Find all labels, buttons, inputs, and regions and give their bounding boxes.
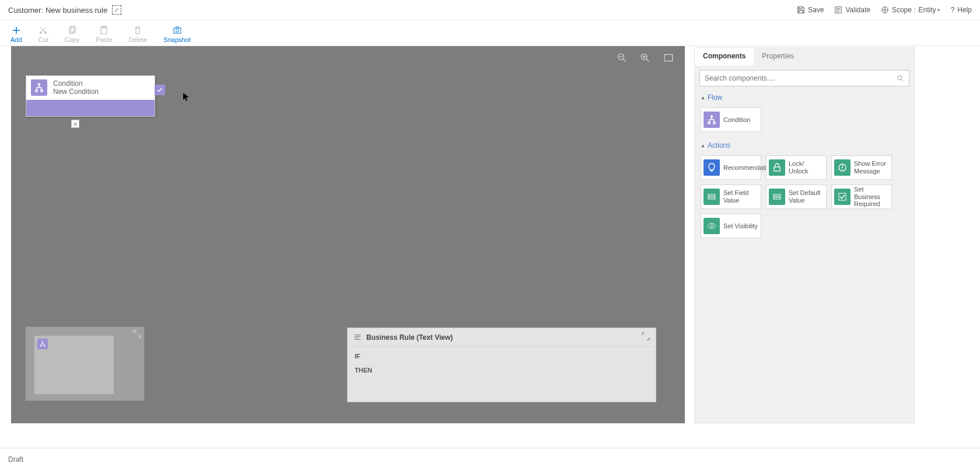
node-name-label: New Condition xyxy=(53,88,99,96)
svg-point-13 xyxy=(898,75,902,79)
scope-icon xyxy=(881,6,889,14)
header-bar: Customer: New business rule ⤢ Save Valid… xyxy=(0,0,980,20)
canvas[interactable]: Condition New Condition ✕ xyxy=(11,46,685,423)
status-text: Draft xyxy=(8,455,23,464)
section-flow-label: Flow xyxy=(708,93,722,102)
delete-button[interactable]: Delete xyxy=(129,26,148,46)
node-collapse-button[interactable]: ✕ xyxy=(71,120,79,128)
component-condition[interactable]: Condition xyxy=(701,107,761,132)
status-bar: Draft xyxy=(0,448,980,470)
main-area: Condition New Condition ✕ xyxy=(0,46,980,423)
paste-icon xyxy=(99,26,108,35)
validate-icon xyxy=(834,6,842,14)
node-valid-indicator xyxy=(155,85,165,95)
validate-button[interactable]: Validate xyxy=(834,6,870,14)
caret-icon: ▲ xyxy=(701,143,705,148)
check-icon xyxy=(834,189,850,205)
svg-rect-19 xyxy=(774,197,780,199)
paste-label: Paste xyxy=(96,36,112,43)
check-icon xyxy=(156,86,163,93)
component-label: Condition xyxy=(723,116,750,124)
scissors-icon xyxy=(38,26,48,35)
tab-properties[interactable]: Properties xyxy=(754,48,802,65)
svg-rect-8 xyxy=(174,28,181,33)
zoom-out-icon xyxy=(617,53,627,63)
panel-tabs: Components Properties xyxy=(695,48,914,65)
section-flow[interactable]: ▲ Flow xyxy=(695,91,914,104)
scope-value: Entity▾ xyxy=(919,6,940,14)
expand-icon xyxy=(133,330,141,338)
svg-rect-16 xyxy=(708,194,715,196)
zoom-out-button[interactable] xyxy=(616,52,628,64)
minimap-expand-button[interactable] xyxy=(133,330,141,338)
field-icon xyxy=(769,189,785,205)
save-button[interactable]: Save xyxy=(797,6,824,14)
text-view-expand-button[interactable] xyxy=(642,332,650,342)
snapshot-button[interactable]: Snapshot xyxy=(163,26,190,46)
plus-icon xyxy=(12,26,21,35)
component-set-default-value[interactable]: Set Default Value xyxy=(766,184,827,209)
component-label: Set Visibility xyxy=(723,222,758,230)
tab-components[interactable]: Components xyxy=(695,48,754,65)
paste-button[interactable]: Paste xyxy=(96,26,112,46)
component-lock-unlock[interactable]: Lock/ Unlock xyxy=(766,155,827,180)
svg-rect-20 xyxy=(839,193,846,200)
component-label: Set Default Value xyxy=(789,189,824,204)
fit-screen-button[interactable] xyxy=(663,52,674,64)
lock-icon xyxy=(769,159,785,176)
scope-selector[interactable]: Scope : Entity▾ xyxy=(881,6,940,14)
search-input[interactable] xyxy=(705,74,897,82)
save-label: Save xyxy=(808,6,824,14)
add-button[interactable]: Add xyxy=(10,26,22,46)
component-recommendation[interactable]: Recommendation xyxy=(701,155,761,180)
minimap[interactable] xyxy=(25,326,145,401)
help-icon: ? xyxy=(951,6,955,14)
add-label: Add xyxy=(10,36,22,43)
components-panel: Components Properties ▲ Flow Condition ▲… xyxy=(694,47,915,423)
minimap-viewport[interactable] xyxy=(34,336,114,394)
canvas-controls xyxy=(616,52,674,64)
text-view-icon xyxy=(354,333,362,342)
zoom-in-button[interactable] xyxy=(639,52,651,64)
svg-point-9 xyxy=(176,29,178,32)
component-set-business-required[interactable]: Set Business Required xyxy=(831,184,892,209)
search-components[interactable] xyxy=(699,70,909,86)
copy-button[interactable]: Copy xyxy=(65,26,80,46)
component-label: Set Business Required xyxy=(854,186,889,208)
help-button[interactable]: ? Help xyxy=(951,6,972,14)
title-name[interactable]: New business rule xyxy=(46,6,107,15)
text-view-title: Business Rule (Text View) xyxy=(366,333,453,342)
title-expand-icon[interactable]: ⤢ xyxy=(112,5,121,15)
field-icon xyxy=(704,189,720,205)
component-label: Set Field Value xyxy=(723,189,758,204)
toolbar: Add Cut Copy Paste Delete Snapshot xyxy=(0,20,980,46)
header-actions: Save Validate Scope : Entity▾ ? Help xyxy=(797,6,972,14)
svg-rect-18 xyxy=(774,194,780,196)
svg-rect-12 xyxy=(664,54,673,61)
svg-point-21 xyxy=(710,225,713,227)
expand-icon xyxy=(642,332,650,340)
trash-icon xyxy=(133,26,142,35)
header-title-area: Customer: New business rule ⤢ xyxy=(8,5,121,15)
condition-node[interactable]: Condition New Condition xyxy=(26,75,155,117)
text-view-header: Business Rule (Text View) xyxy=(348,328,656,347)
search-icon xyxy=(897,75,904,82)
zoom-in-icon xyxy=(640,53,650,63)
minimap-node-icon xyxy=(37,339,48,349)
component-set-field-value[interactable]: Set Field Value xyxy=(701,184,761,209)
cut-label: Cut xyxy=(38,36,48,43)
help-label: Help xyxy=(957,6,972,14)
flow-components: Condition xyxy=(695,104,914,139)
component-set-visibility[interactable]: Set Visibility xyxy=(701,214,761,238)
text-then: THEN xyxy=(355,367,649,374)
snapshot-label: Snapshot xyxy=(163,36,190,43)
cut-button[interactable]: Cut xyxy=(38,26,48,46)
copy-icon xyxy=(68,26,77,35)
section-actions[interactable]: ▲ Actions xyxy=(695,139,914,152)
node-text: Condition New Condition xyxy=(53,79,99,96)
component-show-error[interactable]: Show Error Message xyxy=(831,155,892,180)
svg-rect-14 xyxy=(774,167,780,171)
eye-icon xyxy=(704,218,720,234)
text-if: IF xyxy=(355,353,649,360)
text-view-body: IF THEN xyxy=(348,347,656,387)
